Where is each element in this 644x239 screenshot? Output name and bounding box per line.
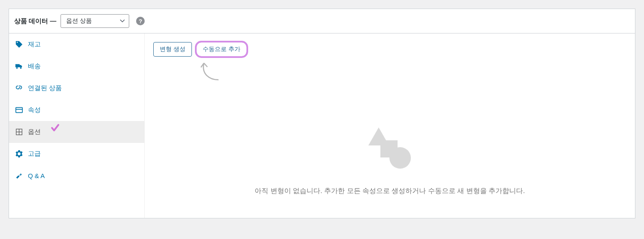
check-annotation-icon (50, 124, 60, 134)
empty-state: 아직 변형이 없습니다. 추가한 모든 속성으로 생성하거나 수동으로 새 변형… (153, 127, 626, 196)
list-icon (15, 106, 23, 114)
product-type-select[interactable]: 옵션 상품 (61, 14, 129, 28)
sidebar-item-linked[interactable]: 연결된 상품 (9, 77, 144, 99)
content-area: 변형 생성 수동으로 추가 아직 변형이 없습니다. 추가한 모든 속성으로 생… (145, 33, 635, 218)
product-type-value: 옵션 상품 (66, 17, 92, 25)
sidebar-item-qa[interactable]: Q & A (9, 165, 144, 186)
add-manually-button[interactable]: 수동으로 추가 (196, 42, 247, 57)
sidebar-item-attributes[interactable]: 속성 (9, 99, 144, 121)
sidebar-item-variations[interactable]: 옵션 (9, 121, 144, 143)
gear-icon (15, 150, 23, 158)
sidebar-item-advanced[interactable]: 고급 (9, 143, 144, 165)
grid-icon (15, 128, 23, 136)
tag-icon (15, 41, 23, 48)
sidebar: 재고 배송 연결된 상품 속성 (9, 33, 145, 218)
sidebar-item-shipping[interactable]: 배송 (9, 55, 144, 77)
wrench-icon (15, 172, 23, 179)
svg-rect-0 (15, 108, 22, 113)
button-row: 변형 생성 수동으로 추가 (153, 42, 626, 57)
panel-body: 재고 배송 연결된 상품 속성 (9, 33, 635, 218)
sidebar-item-label: 옵션 (28, 128, 41, 136)
sidebar-item-label: 재고 (28, 40, 41, 48)
header-title: 상품 데이터 — (14, 17, 56, 25)
sidebar-item-label: 배송 (28, 62, 41, 70)
sidebar-item-label: 속성 (28, 106, 41, 114)
sidebar-item-label: 연결된 상품 (28, 84, 62, 92)
empty-state-shapes-icon (366, 127, 413, 168)
link-icon (15, 85, 23, 92)
sidebar-item-label: Q & A (28, 172, 45, 179)
empty-state-text: 아직 변형이 없습니다. 추가한 모든 속성으로 생성하거나 수동으로 새 변형… (153, 187, 626, 196)
panel-header: 상품 데이터 — 옵션 상품 ? (9, 9, 635, 33)
sidebar-item-inventory[interactable]: 재고 (9, 33, 144, 55)
truck-icon (15, 63, 23, 70)
arrow-annotation-icon (196, 62, 222, 83)
sidebar-item-label: 고급 (28, 150, 41, 158)
product-data-panel: 상품 데이터 — 옵션 상품 ? 재고 배송 (9, 9, 635, 218)
create-variations-button[interactable]: 변형 생성 (153, 42, 192, 57)
help-icon[interactable]: ? (136, 17, 145, 25)
